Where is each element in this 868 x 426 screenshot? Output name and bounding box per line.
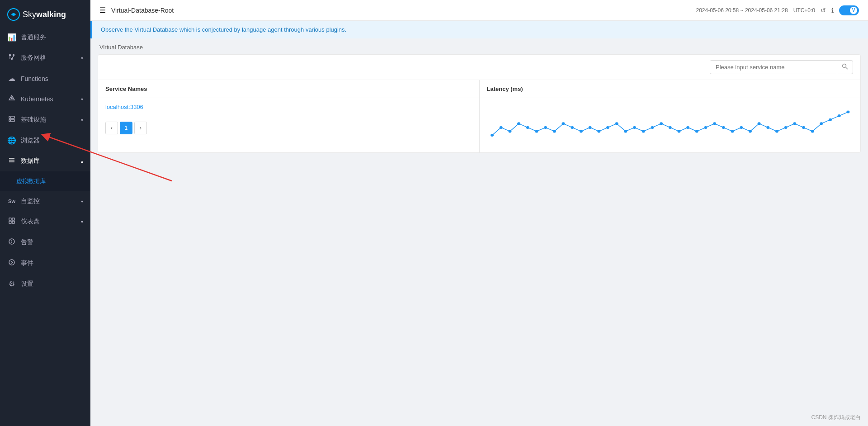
svg-point-48: [686, 126, 689, 129]
database-submenu: 虚拟数据库: [0, 171, 90, 191]
svg-point-56: [757, 122, 760, 125]
svg-point-34: [561, 122, 565, 125]
kubernetes-icon: [7, 95, 16, 104]
svg-point-30: [526, 126, 529, 129]
next-page-button[interactable]: ›: [134, 122, 147, 134]
search-box: [710, 60, 853, 74]
mesh-icon: [7, 53, 16, 62]
toggle-switch[interactable]: [839, 5, 859, 15]
svg-rect-9: [9, 116, 14, 118]
svg-point-62: [811, 130, 814, 133]
sw-icon: Sw: [7, 199, 16, 204]
menu-toggle-icon[interactable]: ☰: [99, 6, 106, 14]
chart-icon: 📊: [7, 33, 16, 42]
svg-point-11: [10, 117, 11, 118]
watermark: CSDN @炸鸡叔老白: [811, 414, 861, 421]
svg-point-32: [544, 126, 547, 129]
sidebar-item-self-monitor[interactable]: Sw 自监控 ▾: [0, 191, 90, 211]
main-content: ☰ Virtual-Database-Root 2024-05-06 20:58…: [90, 0, 868, 426]
search-button[interactable]: [837, 61, 853, 74]
svg-point-1: [12, 13, 15, 16]
chevron-down-icon: ▾: [81, 219, 83, 224]
chevron-up-icon: ▴: [81, 159, 83, 164]
skywalking-logo-icon: [7, 8, 20, 21]
svg-point-26: [491, 134, 494, 137]
svg-point-37: [588, 126, 591, 129]
chevron-down-icon: ▾: [81, 118, 83, 123]
refresh-icon[interactable]: ↺: [821, 7, 826, 14]
svg-point-57: [766, 126, 769, 129]
sidebar-item-kubernetes[interactable]: Kubernetes ▾: [0, 89, 90, 109]
dashboard-icon: [7, 217, 16, 226]
cloud-icon: ☁: [7, 74, 16, 83]
prev-page-button[interactable]: ‹: [105, 122, 118, 134]
svg-rect-3: [13, 54, 14, 56]
page-1-button[interactable]: 1: [120, 122, 132, 134]
service-link-localhost[interactable]: localhost:3306: [98, 98, 479, 116]
svg-point-23: [9, 260, 14, 265]
svg-point-53: [731, 130, 734, 133]
sidebar: Skywalking 📊 普通服务 服务网格 ▾ ☁ Functions Kub…: [0, 0, 90, 426]
svg-point-50: [704, 126, 707, 129]
database-icon: [7, 156, 16, 166]
svg-point-49: [695, 130, 698, 133]
sidebar-item-functions[interactable]: ☁ Functions: [0, 68, 90, 89]
svg-point-22: [11, 242, 12, 243]
svg-line-25: [846, 67, 848, 70]
svg-rect-17: [12, 218, 14, 220]
sidebar-item-database[interactable]: 数据库 ▴: [0, 151, 90, 171]
chart-svg: [487, 104, 854, 140]
search-input[interactable]: [710, 61, 837, 73]
latency-chart: [480, 98, 861, 152]
latency-header: Latency (ms): [480, 80, 861, 98]
svg-point-60: [793, 122, 796, 125]
svg-point-41: [624, 130, 627, 133]
gear-icon: ⚙: [7, 279, 16, 288]
svg-point-51: [713, 122, 716, 125]
svg-point-61: [802, 126, 805, 129]
svg-point-35: [571, 126, 574, 129]
svg-point-39: [606, 126, 609, 129]
svg-point-38: [597, 130, 600, 133]
sidebar-item-virtual-database[interactable]: 虚拟数据库: [0, 171, 90, 191]
panel-body: Service Names localhost:3306 ‹ 1 › Laten…: [98, 80, 860, 152]
service-names-header: Service Names: [98, 80, 479, 98]
svg-point-54: [740, 126, 743, 129]
datetime-range: 2024-05-06 20:58 ~ 2024-05-06 21:28: [696, 7, 788, 14]
timezone: UTC+0:0: [793, 7, 815, 14]
logo-area: Skywalking: [0, 0, 90, 27]
svg-point-24: [843, 64, 846, 68]
sidebar-item-service-mesh[interactable]: 服务网格 ▾: [0, 47, 90, 68]
sidebar-item-event[interactable]: 事件: [0, 253, 90, 274]
sidebar-item-alarm[interactable]: 告警: [0, 232, 90, 253]
sidebar-item-browser[interactable]: 🌐 浏览器: [0, 130, 90, 151]
topbar-left: ☰ Virtual-Database-Root: [99, 6, 174, 14]
svg-rect-18: [9, 221, 11, 223]
sidebar-item-settings[interactable]: ⚙ 设置: [0, 274, 90, 294]
sidebar-item-general-service[interactable]: 📊 普通服务: [0, 27, 90, 47]
table-section: Service Names localhost:3306 ‹ 1 ›: [98, 80, 480, 152]
server-icon: [7, 115, 16, 124]
event-icon: [7, 259, 16, 268]
svg-rect-16: [9, 218, 11, 220]
svg-point-36: [579, 130, 582, 133]
svg-point-27: [499, 126, 502, 129]
svg-point-52: [722, 126, 725, 129]
svg-rect-2: [9, 54, 11, 56]
topbar: ☰ Virtual-Database-Root 2024-05-06 20:58…: [90, 0, 868, 21]
chevron-down-icon: ▾: [81, 97, 83, 102]
content-area: Observe the Virtual Database which is co…: [90, 21, 868, 426]
svg-point-43: [642, 130, 645, 133]
logo-text: Skywalking: [23, 10, 66, 19]
content-panel: Service Names localhost:3306 ‹ 1 › Laten…: [98, 54, 861, 153]
info-icon[interactable]: ℹ: [831, 7, 834, 14]
svg-point-64: [829, 118, 832, 121]
svg-point-44: [651, 126, 654, 129]
breadcrumb: Virtual-Database-Root: [111, 7, 174, 14]
sidebar-item-infrastructure[interactable]: 基础设施 ▾: [0, 109, 90, 130]
sidebar-item-dashboard[interactable]: 仪表盘 ▾: [0, 211, 90, 232]
svg-rect-19: [12, 221, 14, 223]
svg-point-46: [668, 126, 671, 129]
svg-point-42: [633, 126, 636, 129]
svg-point-65: [837, 114, 840, 117]
